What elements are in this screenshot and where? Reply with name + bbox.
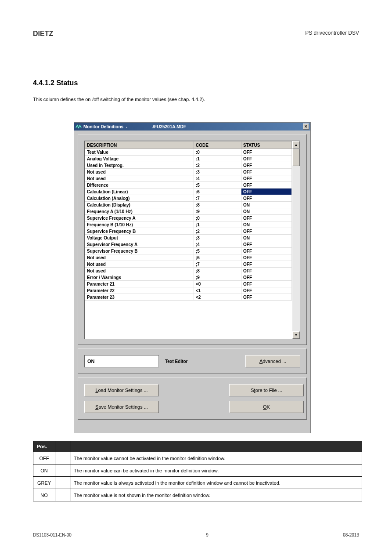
table-row[interactable]: Parameter 21<0OFF xyxy=(85,281,292,287)
vertical-scrollbar[interactable]: ▲ ▼ xyxy=(292,141,300,339)
cell-status[interactable]: OFF xyxy=(241,294,292,301)
cell-description[interactable]: Calculation (Display) xyxy=(85,202,194,208)
cell-code[interactable]: <2 xyxy=(194,294,241,301)
table-row[interactable]: Supervice Frequency B;2OFF xyxy=(85,228,292,235)
cell-status[interactable]: OFF xyxy=(241,162,292,169)
cell-code[interactable]: :4 xyxy=(194,175,241,182)
cell-code[interactable]: :2 xyxy=(194,162,241,169)
table-row[interactable]: Calculation (Display):8ON xyxy=(85,202,292,208)
cell-code[interactable]: :5 xyxy=(194,182,241,189)
col-status[interactable]: STATUS xyxy=(241,141,292,149)
cell-status[interactable]: OFF xyxy=(241,287,292,294)
save-monitor-settings-button[interactable]: Save Monitor Settings ... xyxy=(84,401,159,413)
cell-code[interactable]: ;1 xyxy=(194,221,241,228)
cell-status[interactable]: ON xyxy=(241,208,292,215)
cell-description[interactable]: Supervisor Frequency A xyxy=(85,241,194,248)
cell-code[interactable]: ;0 xyxy=(194,215,241,221)
table-row[interactable]: Supervisor Frequency B;5OFF xyxy=(85,248,292,254)
cell-description[interactable]: Frequency A (1/10 Hz) xyxy=(85,208,194,215)
table-row[interactable]: Voltage Output;3ON xyxy=(85,235,292,241)
ok-button[interactable]: OK xyxy=(229,401,304,413)
cell-code[interactable]: :0 xyxy=(194,149,241,156)
cell-description[interactable]: Calculation (Analog) xyxy=(85,195,194,202)
cell-status[interactable]: OFF xyxy=(241,149,292,156)
cell-description[interactable]: Not used xyxy=(85,169,194,175)
table-row[interactable]: Not used;6OFF xyxy=(85,254,292,261)
cell-description[interactable]: Test Value xyxy=(85,149,194,156)
table-row[interactable]: Difference:5OFF xyxy=(85,182,292,189)
cell-code[interactable]: ;3 xyxy=(194,235,241,241)
cell-code[interactable]: :6 xyxy=(194,189,241,195)
cell-description[interactable]: Voltage Output xyxy=(85,235,194,241)
table-row[interactable]: Test Value:0OFF xyxy=(85,149,292,156)
cell-status[interactable]: OFF xyxy=(241,175,292,182)
cell-status[interactable]: ON xyxy=(241,235,292,241)
cell-status[interactable]: ON xyxy=(241,221,292,228)
cell-status[interactable]: OFF xyxy=(241,189,292,195)
cell-code[interactable]: :8 xyxy=(194,202,241,208)
cell-status[interactable]: OFF xyxy=(241,182,292,189)
cell-status[interactable]: OFF xyxy=(241,281,292,287)
cell-code[interactable]: ;4 xyxy=(194,241,241,248)
cell-description[interactable]: Parameter 23 xyxy=(85,294,194,301)
table-row[interactable]: Supervice Frequency A;0OFF xyxy=(85,215,292,221)
dialog-titlebar[interactable]: Monitor Definitions - .\FU25201A.MDF ✕ xyxy=(74,123,310,131)
cell-code[interactable]: :9 xyxy=(194,208,241,215)
cell-description[interactable]: Analog Voltage xyxy=(85,156,194,162)
table-row[interactable]: Used in Testprog.:2OFF xyxy=(85,162,292,169)
advanced-button[interactable]: Advanced ... xyxy=(245,355,300,367)
cell-description[interactable]: Supervice Frequency B xyxy=(85,228,194,235)
table-row[interactable]: Error / Warnings;9OFF xyxy=(85,274,292,281)
cell-status[interactable]: OFF xyxy=(241,268,292,274)
table-row[interactable]: Calculation (Linear):6OFF xyxy=(85,189,292,195)
col-description[interactable]: DESCRIPTION xyxy=(85,141,194,149)
table-row[interactable]: Calculation (Analog):7OFF xyxy=(85,195,292,202)
scroll-track[interactable] xyxy=(292,149,300,331)
cell-status[interactable]: OFF xyxy=(241,261,292,268)
cell-status[interactable]: OFF xyxy=(241,274,292,281)
text-editor-input[interactable] xyxy=(84,355,159,367)
table-row[interactable]: Frequency B (1/10 Hz);1ON xyxy=(85,221,292,228)
col-code[interactable]: CODE xyxy=(194,141,241,149)
cell-description[interactable]: Frequency B (1/10 Hz) xyxy=(85,221,194,228)
cell-code[interactable]: ;7 xyxy=(194,261,241,268)
cell-code[interactable]: :7 xyxy=(194,195,241,202)
cell-description[interactable]: Supervice Frequency A xyxy=(85,215,194,221)
cell-description[interactable]: Parameter 22 xyxy=(85,287,194,294)
table-row[interactable]: Analog Voltage:1OFF xyxy=(85,156,292,162)
cell-status[interactable]: OFF xyxy=(241,156,292,162)
cell-code[interactable]: ;9 xyxy=(194,274,241,281)
store-to-file-button[interactable]: Store to File ... xyxy=(229,384,304,396)
cell-description[interactable]: Error / Warnings xyxy=(85,274,194,281)
table-row[interactable]: Not used;7OFF xyxy=(85,261,292,268)
load-monitor-settings-button[interactable]: Load Monitor Settings ... xyxy=(84,384,159,396)
cell-code[interactable]: ;2 xyxy=(194,228,241,235)
cell-description[interactable]: Supervisor Frequency B xyxy=(85,248,194,254)
cell-status[interactable]: OFF xyxy=(241,195,292,202)
cell-description[interactable]: Not used xyxy=(85,268,194,274)
cell-status[interactable]: OFF xyxy=(241,169,292,175)
cell-code[interactable]: ;5 xyxy=(194,248,241,254)
table-row[interactable]: Parameter 23<2OFF xyxy=(85,294,292,301)
cell-code[interactable]: :3 xyxy=(194,169,241,175)
table-row[interactable]: Frequency A (1/10 Hz):9ON xyxy=(85,208,292,215)
cell-description[interactable]: Parameter 21 xyxy=(85,281,194,287)
close-icon[interactable]: ✕ xyxy=(303,123,309,130)
cell-description[interactable]: Calculation (Linear) xyxy=(85,189,194,195)
cell-status[interactable]: OFF xyxy=(241,241,292,248)
definitions-grid[interactable]: DESCRIPTION CODE STATUS Test Value:0OFFA… xyxy=(85,141,292,301)
cell-description[interactable]: Not used xyxy=(85,261,194,268)
cell-status[interactable]: OFF xyxy=(241,254,292,261)
table-row[interactable]: Not used;8OFF xyxy=(85,268,292,274)
cell-description[interactable]: Used in Testprog. xyxy=(85,162,194,169)
table-row[interactable]: Not used:4OFF xyxy=(85,175,292,182)
cell-status[interactable]: OFF xyxy=(241,215,292,221)
cell-code[interactable]: <1 xyxy=(194,287,241,294)
table-row[interactable]: Parameter 22<1OFF xyxy=(85,287,292,294)
table-row[interactable]: Supervisor Frequency A;4OFF xyxy=(85,241,292,248)
table-row[interactable]: Not used:3OFF xyxy=(85,169,292,175)
scroll-up-icon[interactable]: ▲ xyxy=(292,141,300,149)
cell-description[interactable]: Not used xyxy=(85,175,194,182)
cell-status[interactable]: OFF xyxy=(241,228,292,235)
cell-code[interactable]: ;6 xyxy=(194,254,241,261)
